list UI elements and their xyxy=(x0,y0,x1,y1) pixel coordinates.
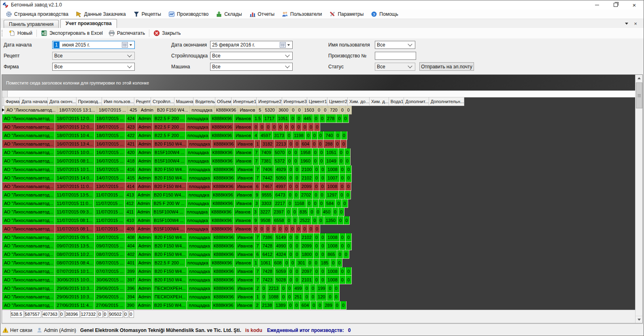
grid-cell[interactable]: площадка xyxy=(187,199,211,208)
grid-cell[interactable]: 450 xyxy=(321,208,332,216)
grid-cell[interactable]: 0 xyxy=(286,208,292,216)
grid-cell[interactable]: АО "Лихославльавтод... xyxy=(2,250,55,259)
grid-cell[interactable]: Иванов xyxy=(236,284,255,293)
grid-cell[interactable]: 0 xyxy=(319,182,325,191)
grid-cell[interactable]: АО "Лихославльавтод... xyxy=(2,216,55,225)
grid-cell[interactable]: 394 xyxy=(125,293,136,301)
grid-cell[interactable]: 0 xyxy=(344,216,350,225)
grid-cell[interactable]: 0 xyxy=(288,182,294,191)
grid-cell[interactable]: 1198 xyxy=(292,131,306,140)
grid-cell[interactable]: К888КК96 xyxy=(210,131,234,140)
grid-cell[interactable]: Иванов xyxy=(234,216,253,225)
grid-cell[interactable]: Иванов xyxy=(236,140,255,148)
grid-cell[interactable]: К888КК96 xyxy=(210,208,234,216)
grid-cell[interactable]: Admin xyxy=(137,148,153,157)
grid-cell[interactable]: 0 xyxy=(346,174,352,182)
grid-cell[interactable]: 30/06/2015 10:0... xyxy=(55,276,95,284)
grid-cell[interactable]: 0 xyxy=(271,225,277,233)
grid-cell[interactable]: 0 xyxy=(311,301,317,310)
grid-cell[interactable]: площадка xyxy=(186,148,210,157)
grid-cell[interactable]: 0 xyxy=(302,123,308,131)
grid-cell[interactable]: 2099 xyxy=(300,182,313,191)
grid-cell[interactable]: 0 xyxy=(287,148,293,157)
grid-cell[interactable]: 0 xyxy=(293,148,299,157)
grid-cell[interactable]: 5070 xyxy=(273,148,287,157)
grid-cell[interactable]: 120 xyxy=(316,293,327,301)
grid-cell[interactable]: 0 xyxy=(340,233,346,242)
grid-cell[interactable]: 2397 xyxy=(272,208,285,216)
grid-cell[interactable]: 5050 xyxy=(274,174,288,182)
table-row[interactable]: АО "Лихославльавтод...27/06/2015 11:4...… xyxy=(2,301,635,310)
column-header-1[interactable]: Фирма xyxy=(4,97,20,106)
grid-cell[interactable]: Иванов xyxy=(236,233,255,242)
grid-cell[interactable]: 0 xyxy=(313,191,319,199)
grid-cell[interactable]: площадка xyxy=(186,114,210,123)
grid-cell[interactable]: площадка xyxy=(187,140,212,148)
grid-cell[interactable]: B20 F150 W4... xyxy=(153,267,187,276)
grid-cell[interactable]: К888КК96 xyxy=(215,106,238,114)
grid-cell[interactable]: 7 xyxy=(255,276,261,284)
grid-cell[interactable]: 0 xyxy=(286,131,292,140)
grid-cell[interactable]: Иванов xyxy=(236,165,255,174)
grid-cell[interactable]: АО "Лихославльавтод... xyxy=(2,148,55,157)
grid-cell[interactable]: 1350 xyxy=(324,216,338,225)
grid-cell[interactable]: К888КК96 xyxy=(212,284,236,293)
grid-cell[interactable]: 6412 xyxy=(261,250,274,259)
grid-cell[interactable]: 604 xyxy=(300,140,311,148)
grid-cell[interactable]: 0 xyxy=(271,123,277,131)
grid-cell[interactable]: Admin xyxy=(137,276,153,284)
grid-cell[interactable]: 2100 xyxy=(300,165,314,174)
grid-cell[interactable]: К888КК96 xyxy=(211,157,235,165)
column-header-5[interactable]: Имя пользов... xyxy=(102,97,134,106)
grid-cell[interactable]: 0 xyxy=(265,225,271,233)
grid-cell[interactable]: 1 xyxy=(255,140,261,148)
grid-cell[interactable]: 865 xyxy=(326,250,337,259)
grid-cell[interactable]: 7 xyxy=(255,267,261,276)
grid-cell[interactable]: 2138 xyxy=(261,301,274,310)
grid-cell[interactable]: 0 xyxy=(314,174,320,182)
grid-cell[interactable]: 0 xyxy=(320,250,326,259)
menu-reports[interactable]: Отчеты xyxy=(246,10,278,19)
column-header-4[interactable]: Производ... xyxy=(77,97,102,106)
grid-cell[interactable]: 0 xyxy=(314,123,320,131)
grid-cell[interactable]: 3173 xyxy=(273,131,286,140)
grid-cell[interactable]: 4990 xyxy=(274,242,288,250)
grid-cell[interactable]: 0 xyxy=(306,199,312,208)
grid-cell[interactable]: 18/07/2015 ... xyxy=(95,123,125,131)
grid-cell[interactable]: 16/07/2015 08:1... xyxy=(55,157,95,165)
grid-cell[interactable]: 7467 xyxy=(261,182,274,191)
column-header-14[interactable]: Цемент1 xyxy=(307,97,327,106)
grid-cell[interactable]: 0 xyxy=(313,259,319,267)
grid-cell[interactable]: 424 xyxy=(125,114,136,123)
grid-cell[interactable]: К888КК96 xyxy=(212,182,236,191)
grid-cell[interactable]: 0 xyxy=(346,233,352,242)
grid-cell[interactable]: 7386 xyxy=(261,233,274,242)
grid-cell[interactable]: 0 xyxy=(338,148,344,157)
table-row[interactable]: АО "Лихославльавтод...11/07/2015 09:3...… xyxy=(2,208,635,216)
grid-cell[interactable]: 445 xyxy=(302,114,313,123)
table-row[interactable]: АО "Лихославльавтод...11/07/2015 11:0...… xyxy=(2,199,635,208)
grid-cell[interactable]: 5028 xyxy=(274,276,288,284)
grid-cell[interactable]: К888КК96 xyxy=(211,199,235,208)
grid-cell[interactable]: Admin xyxy=(137,293,153,301)
grid-cell[interactable]: 7406 xyxy=(261,165,274,174)
table-row[interactable]: АО "Лихославльавтод...11/07/2015 08:1...… xyxy=(2,225,635,233)
export-excel-button[interactable]: X Экспортировать в Excel xyxy=(38,29,106,38)
grid-cell[interactable]: АО "Лихославльавтод... xyxy=(2,140,55,148)
grid-cell[interactable]: 0 xyxy=(322,106,328,114)
grid-cell[interactable]: B20 F150 W4... xyxy=(153,165,187,174)
grid-cell[interactable]: 1.5 xyxy=(253,114,263,123)
grid-cell[interactable]: 1008 xyxy=(326,242,339,250)
grid-cell[interactable]: 08/07/2015 ... xyxy=(95,250,125,259)
grid-cell[interactable]: 2099 xyxy=(300,242,314,250)
grid-cell[interactable]: 0 xyxy=(319,199,325,208)
grid-cell[interactable]: 414 xyxy=(125,182,136,191)
grid-cell[interactable]: 0 xyxy=(327,284,333,293)
grid-cell[interactable]: К888КК96 xyxy=(211,148,235,157)
grid-cell[interactable]: 1800 xyxy=(300,250,314,259)
grid-cell[interactable]: ПЕСКОХРЕН... xyxy=(153,293,188,301)
grid-cell[interactable]: 0 xyxy=(288,165,294,174)
grid-cell[interactable]: 0 xyxy=(307,259,313,267)
grid-cell[interactable]: 6473 xyxy=(274,191,287,199)
grid-cell[interactable]: 16/07/2015 ... xyxy=(95,148,125,157)
